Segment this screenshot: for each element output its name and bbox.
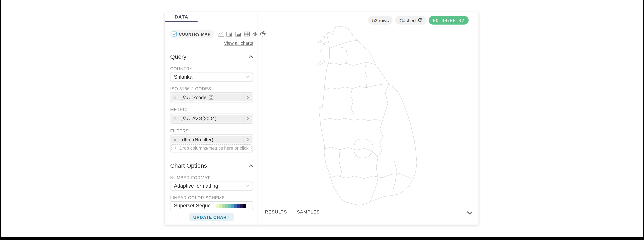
function-icon: ƒ(x) <box>182 95 190 100</box>
country-select-value: Srilanka <box>174 74 246 80</box>
cached-text: Cached <box>399 18 416 23</box>
big-number-icon[interactable]: 4k <box>252 31 257 36</box>
number-format-value: Adaptive formatting <box>174 183 246 189</box>
filters-drop-zone[interactable]: + Drop columns/metrics here or click <box>171 144 252 151</box>
color-scheme-swatches <box>216 204 246 208</box>
remove-icon[interactable] <box>171 115 179 122</box>
remove-icon[interactable] <box>171 94 179 101</box>
color-swatch <box>240 204 243 208</box>
color-swatch <box>237 204 240 208</box>
control-panel: DATA COUNTRY MAP <box>165 12 258 225</box>
query-timer-text: 00:00:00.32 <box>433 18 464 23</box>
chart-options-section-header[interactable]: Chart Options <box>170 162 253 169</box>
screen-edge-left <box>0 0 1 240</box>
number-format-label: NUMBER FORMAT <box>170 175 253 180</box>
viz-selected-checkbox[interactable] <box>172 31 177 36</box>
controls-scroll-area: COUNTRY MAP <box>165 22 258 210</box>
filters-label: FILTERS <box>170 128 253 133</box>
filter-value: dttm (No filter) <box>182 137 213 142</box>
country-select[interactable]: Srilanka <box>170 72 253 81</box>
selected-viz-pill[interactable]: COUNTRY MAP <box>170 30 214 38</box>
metric-label: METRIC <box>170 107 253 112</box>
color-swatch <box>243 204 246 208</box>
iso-codes-value: lkcode <box>192 95 206 100</box>
sri-lanka-map <box>316 25 420 206</box>
color-swatch <box>228 204 231 208</box>
filters-control: dttm (No filter) + Drop columns/metrics … <box>170 134 253 152</box>
control-tabs: DATA <box>165 12 258 22</box>
chevron-down-icon <box>466 211 473 215</box>
tab-samples[interactable]: SAMPLES <box>297 208 320 214</box>
collapse-results-button[interactable] <box>466 208 473 216</box>
view-all-charts-link[interactable]: View all charts <box>224 40 253 45</box>
explore-panel: DATA COUNTRY MAP <box>165 12 479 225</box>
tab-data[interactable]: DATA <box>165 12 198 22</box>
cached-badge[interactable]: Cached <box>395 16 426 25</box>
color-swatch <box>234 204 237 208</box>
check-icon <box>173 33 176 35</box>
iso-codes-control: ƒ(x) lkcode <box>170 92 253 102</box>
chevron-down-icon <box>246 185 249 187</box>
expand-right-icon[interactable] <box>244 136 252 143</box>
tab-results[interactable]: RESULTS <box>265 208 287 214</box>
table-icon[interactable] <box>244 31 250 36</box>
metric-pill: ƒ(x) AVG(2004) <box>171 115 252 122</box>
taskbar-strip <box>0 237 644 240</box>
metric-control: ƒ(x) AVG(2004) <box>170 113 253 123</box>
number-format-select[interactable]: Adaptive formatting <box>170 181 253 190</box>
color-swatch <box>219 204 222 208</box>
filter-pill: dttm (No filter) <box>171 136 252 143</box>
color-swatch <box>231 204 234 208</box>
chevron-up-icon[interactable] <box>248 55 253 58</box>
iso-codes-pill: ƒ(x) lkcode <box>171 94 252 101</box>
chart-status-badges: 53 rows Cached 00:00:00.32 <box>368 16 468 25</box>
line-chart-icon[interactable] <box>217 31 224 37</box>
query-timer-badge: 00:00:00.32 <box>429 16 468 25</box>
screen-edge-right <box>643 0 644 240</box>
refresh-icon[interactable] <box>418 18 422 22</box>
row-count-badge[interactable]: 53 rows <box>368 16 393 25</box>
expand-right-icon[interactable] <box>244 94 252 101</box>
chart-panel: 53 rows Cached 00:00:00.32 <box>258 12 478 225</box>
expand-right-icon[interactable] <box>244 115 252 122</box>
color-swatch <box>225 204 228 208</box>
chevron-up-icon[interactable] <box>248 164 253 167</box>
color-swatch <box>222 204 225 208</box>
area-chart-icon[interactable] <box>235 31 241 37</box>
color-scheme-label: LINEAR COLOR SCHEME <box>170 195 253 200</box>
query-section-header[interactable]: Query <box>170 53 253 60</box>
remove-icon[interactable] <box>171 136 179 143</box>
chart-options-title: Chart Options <box>170 162 207 169</box>
control-panel-footer: UPDATE CHART <box>165 210 258 225</box>
viz-type-row: COUNTRY MAP <box>170 30 253 38</box>
chevron-down-icon <box>249 205 249 207</box>
bar-chart-icon[interactable] <box>226 31 232 37</box>
update-chart-button[interactable]: UPDATE CHART <box>189 213 234 221</box>
iso-codes-label: ISO 3166-2 CODES <box>170 86 253 91</box>
viz-type-label: COUNTRY MAP <box>179 32 210 36</box>
color-scheme-value: Superset Seque... <box>174 203 215 209</box>
screenshot-root: DATA COUNTRY MAP <box>0 0 644 240</box>
results-panel-header: RESULTS SAMPLES <box>262 208 474 220</box>
metric-value: AVG(2004) <box>192 116 216 121</box>
iso-codes-pill-body[interactable]: ƒ(x) lkcode <box>179 95 244 100</box>
chevron-down-icon <box>246 76 249 78</box>
country-map-chart <box>316 25 420 206</box>
function-icon: ƒ(x) <box>182 116 190 121</box>
calculated-column-icon <box>208 95 213 100</box>
color-scheme-select[interactable]: Superset Seque... <box>170 201 253 210</box>
plus-icon: + <box>174 145 177 150</box>
row-count-text: 53 rows <box>372 18 389 23</box>
color-swatch <box>216 204 219 208</box>
country-label: COUNTRY <box>170 66 253 71</box>
query-section-title: Query <box>170 53 186 60</box>
drop-zone-placeholder: Drop columns/metrics here or click <box>179 145 248 150</box>
filter-pill-body[interactable]: dttm (No filter) <box>179 137 244 142</box>
metric-pill-body[interactable]: ƒ(x) AVG(2004) <box>179 116 244 121</box>
